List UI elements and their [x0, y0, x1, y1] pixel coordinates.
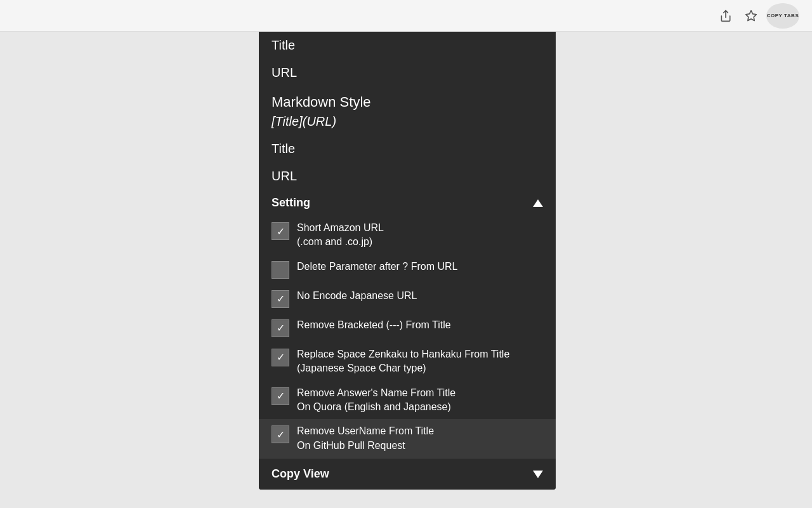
markdown-style-label: Markdown Style — [259, 86, 556, 113]
checkbox-no-encode-japanese-box[interactable]: ✓ — [272, 290, 289, 308]
title-standalone[interactable]: Title — [259, 135, 556, 163]
checkbox-remove-answers-name-box[interactable]: ✓ — [272, 387, 289, 405]
checkbox-short-amazon-url-box[interactable]: ✓ — [272, 222, 289, 240]
share-svg — [719, 10, 732, 22]
checkbox-short-amazon-url-label: Short Amazon URL (.com and .co.jp) — [297, 221, 384, 250]
checkbox-no-encode-japanese[interactable]: ✓ No Encode Japanese URL — [259, 284, 556, 313]
checkbox-remove-bracketed-box[interactable]: ✓ — [272, 319, 289, 337]
star-svg — [745, 10, 757, 22]
checkbox-remove-answers-name[interactable]: ✓ Remove Answer's Name From Title On Quo… — [259, 381, 556, 420]
copy-tabs-button[interactable]: COPY TABS — [766, 3, 799, 29]
checkbox-delete-parameter-label: Delete Parameter after ? From URL — [297, 260, 457, 274]
checkbox-replace-space-zenkaku-label: Replace Space Zenkaku to Hankaku From Ti… — [297, 347, 509, 376]
checkbox-remove-username[interactable]: ✓ Remove UserName From Title On GitHub P… — [259, 419, 556, 458]
setting-header[interactable]: Setting — [259, 190, 556, 216]
checkbox-no-encode-japanese-label: No Encode Japanese URL — [297, 289, 417, 303]
copy-tabs-label: COPY TABS — [767, 13, 799, 19]
checkbox-remove-username-label: Remove UserName From Title On GitHub Pul… — [297, 424, 434, 453]
url-standalone[interactable]: URL — [259, 163, 556, 190]
checkbox-short-amazon-url[interactable]: ✓ Short Amazon URL (.com and .co.jp) — [259, 216, 556, 255]
checkbox-replace-space-zenkaku-box[interactable]: ✓ — [272, 349, 289, 366]
checkbox-remove-username-box[interactable]: ✓ — [272, 425, 289, 443]
setting-label: Setting — [272, 196, 310, 210]
browser-toolbar: COPY TABS — [0, 0, 812, 32]
title-item[interactable]: Title — [259, 32, 556, 59]
svg-marker-0 — [746, 10, 757, 20]
copy-view-bar[interactable]: Copy View — [259, 458, 556, 490]
checkbox-delete-parameter-box[interactable] — [272, 261, 289, 279]
copy-view-label: Copy View — [272, 467, 329, 481]
copy-view-expand-icon[interactable] — [533, 471, 543, 478]
dropdown-panel: Title URL Markdown Style [Title](URL) Ti… — [259, 32, 556, 490]
url-item[interactable]: URL — [259, 59, 556, 86]
checkbox-remove-bracketed-label: Remove Bracketed (---) From Title — [297, 318, 451, 332]
checkbox-remove-answers-name-label: Remove Answer's Name From Title On Quora… — [297, 386, 455, 415]
setting-collapse-icon[interactable] — [533, 199, 543, 207]
checkbox-replace-space-zenkaku[interactable]: ✓ Replace Space Zenkaku to Hankaku From … — [259, 342, 556, 381]
star-icon[interactable] — [741, 6, 761, 26]
share-icon[interactable] — [716, 6, 736, 26]
markdown-format[interactable]: [Title](URL) — [259, 113, 556, 135]
checkbox-delete-parameter[interactable]: Delete Parameter after ? From URL — [259, 255, 556, 284]
checkbox-remove-bracketed[interactable]: ✓ Remove Bracketed (---) From Title — [259, 313, 556, 342]
